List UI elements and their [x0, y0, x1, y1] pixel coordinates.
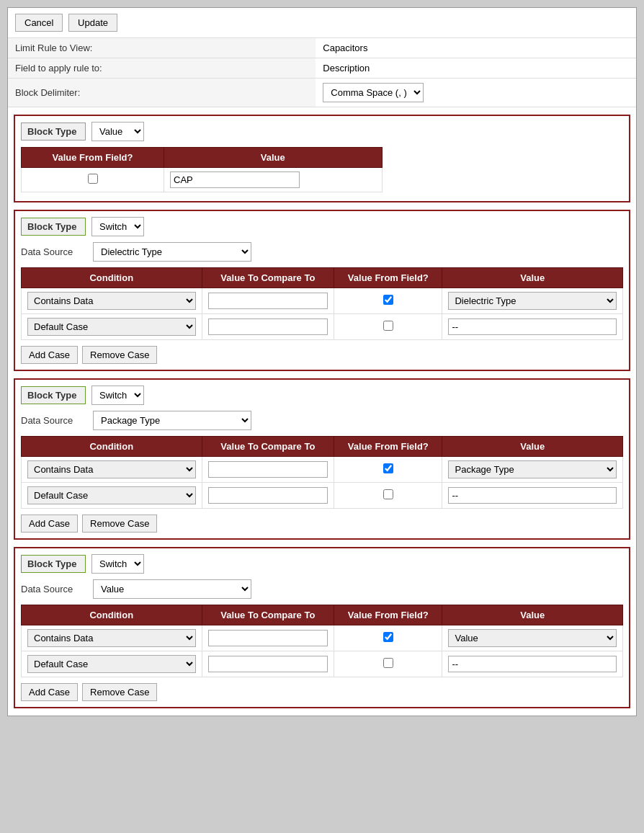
block3-row1-compare[interactable] [208, 461, 328, 478]
block2-cases-table: Condition Value To Compare To Value From… [21, 267, 623, 340]
block1-data-row [22, 168, 383, 192]
block2-container: Block Type Switch Value Field Data Sourc… [14, 210, 630, 371]
block2-row2-compare[interactable] [208, 318, 328, 335]
block2-col-value: Value [442, 268, 623, 288]
block3-col-condition: Condition [22, 437, 202, 457]
field-label: Field to apply rule to: [8, 58, 316, 79]
block4-col-fromfield: Value From Field? [334, 605, 442, 625]
block2-row2-fromfield[interactable] [383, 321, 393, 331]
block4-add-case[interactable]: Add Case [21, 683, 78, 701]
cancel-button[interactable]: Cancel [15, 14, 63, 32]
block3-datasource-row: Data Source Package Type Dielectric Type… [21, 411, 623, 430]
block4-col-compare: Value To Compare To [202, 605, 334, 625]
limit-rule-row: Limit Rule to View: Capacitors [8, 38, 636, 58]
block3-datasource-select[interactable]: Package Type Dielectric Type Value Descr… [93, 411, 251, 430]
block2-type-label: Block Type [21, 218, 86, 236]
block4-container: Block Type Switch Value Field Data Sourc… [14, 547, 630, 708]
block2-datasource-row: Data Source Dielectric Type Package Type… [21, 242, 623, 262]
value-block: Block Type Value Switch Field Value From… [14, 115, 630, 202]
block3-col-value: Value [442, 437, 623, 457]
delimiter-select[interactable]: Comma Space (, ) Space Dash (-) None [323, 83, 424, 102]
block3-col-compare: Value To Compare To [202, 437, 334, 457]
block4-datasource-select[interactable]: Value Dielectric Type Package Type Descr… [93, 579, 251, 599]
block2-row1-condition[interactable]: Contains Data Default Case Equals [27, 292, 196, 310]
block3-row2-condition[interactable]: Default Case Contains Data Equals [27, 486, 196, 504]
block4-row1: Contains Data Default Case Equals Value … [22, 625, 623, 651]
block1-col-fromfield: Value From Field? [22, 148, 164, 168]
block4-col-value: Value [442, 605, 623, 625]
block2-row1-fromfield[interactable] [383, 295, 393, 305]
block1-type-row: Block Type Value Switch Field [21, 122, 623, 141]
block1-type-select[interactable]: Value Switch Field [91, 122, 144, 141]
update-button[interactable]: Update [68, 14, 117, 32]
block3-actions: Add Case Remove Case [21, 514, 623, 533]
block4-type-label: Block Type [21, 555, 86, 573]
block3-row2-value[interactable] [448, 487, 617, 504]
block2-row2: Default Case Contains Data Equals [22, 314, 623, 340]
block4-row1-fromfield[interactable] [383, 632, 393, 642]
limit-rule-value: Capacitors [316, 38, 636, 58]
block4-datasource-label: Data Source [21, 584, 93, 594]
block1-value-input[interactable] [170, 172, 300, 188]
block3-row1-condition[interactable]: Contains Data Default Case Equals [27, 460, 196, 478]
block2-row2-condition[interactable]: Default Case Contains Data Equals [27, 318, 196, 336]
field-value: Description [316, 58, 636, 79]
block1-col-value: Value [164, 148, 383, 168]
limit-rule-label: Limit Rule to View: [8, 38, 316, 58]
block2-row2-value[interactable] [448, 318, 617, 335]
block4-row2-fromfield[interactable] [383, 658, 393, 668]
block2-col-condition: Condition [22, 268, 202, 288]
block4-row2: Default Case Contains Data Equals [22, 651, 623, 677]
block4-cases-table: Condition Value To Compare To Value From… [21, 605, 623, 677]
block4-row2-condition[interactable]: Default Case Contains Data Equals [27, 655, 196, 673]
block1-fromfield-checkbox[interactable] [88, 174, 98, 184]
block3-cases-table: Condition Value To Compare To Value From… [21, 436, 623, 509]
block2-actions: Add Case Remove Case [21, 346, 623, 364]
main-container: Cancel Update Limit Rule to View: Capaci… [7, 7, 637, 716]
delimiter-row: Block Delimiter: Comma Space (, ) Space … [8, 79, 636, 107]
block4-remove-case[interactable]: Remove Case [82, 683, 157, 701]
block2-type-row: Block Type Switch Value Field [21, 217, 623, 236]
block4-actions: Add Case Remove Case [21, 683, 623, 701]
block3-row2: Default Case Contains Data Equals [22, 483, 623, 509]
block3-add-case[interactable]: Add Case [21, 514, 78, 533]
info-table: Limit Rule to View: Capacitors Field to … [8, 38, 636, 107]
block4-row2-compare[interactable] [208, 656, 328, 672]
block3-col-fromfield: Value From Field? [334, 437, 442, 457]
block4-row2-value[interactable] [448, 656, 617, 672]
delimiter-cell: Comma Space (, ) Space Dash (-) None [316, 79, 636, 107]
delimiter-label: Block Delimiter: [8, 79, 316, 107]
block4-row1-compare[interactable] [208, 630, 328, 646]
block4-row1-condition[interactable]: Contains Data Default Case Equals [27, 629, 196, 647]
block4-col-condition: Condition [22, 605, 202, 625]
block2-col-compare: Value To Compare To [202, 268, 334, 288]
block1-type-label: Block Type [21, 122, 86, 141]
block3-type-row: Block Type Switch Value Field [21, 386, 623, 405]
block2-col-fromfield: Value From Field? [334, 268, 442, 288]
block4-row1-value[interactable]: Value Dielectric Type Package Type [448, 629, 617, 647]
block1-value-table: Value From Field? Value [21, 147, 383, 192]
block2-remove-case[interactable]: Remove Case [82, 346, 157, 364]
block2-datasource-select[interactable]: Dielectric Type Package Type Value Descr… [93, 242, 251, 262]
block3-row2-fromfield[interactable] [383, 489, 393, 499]
block2-add-case[interactable]: Add Case [21, 346, 78, 364]
block3-container: Block Type Switch Value Field Data Sourc… [14, 378, 630, 540]
block2-row1: Contains Data Default Case Equals Dielec… [22, 288, 623, 314]
block2-type-select[interactable]: Switch Value Field [91, 217, 144, 236]
block2-row1-compare[interactable] [208, 293, 328, 309]
toolbar: Cancel Update [8, 8, 636, 38]
block3-type-select[interactable]: Switch Value Field [91, 386, 144, 405]
field-row: Field to apply rule to: Description [8, 58, 636, 79]
block3-datasource-label: Data Source [21, 415, 93, 426]
block4-type-row: Block Type Switch Value Field [21, 554, 623, 574]
block3-remove-case[interactable]: Remove Case [82, 514, 157, 533]
block4-datasource-row: Data Source Value Dielectric Type Packag… [21, 579, 623, 599]
block3-type-label: Block Type [21, 386, 86, 404]
block4-type-select[interactable]: Switch Value Field [91, 554, 144, 574]
block3-row1-value[interactable]: Package Type Dielectric Type Value [448, 460, 617, 478]
block2-datasource-label: Data Source [21, 246, 93, 257]
block3-row1-fromfield[interactable] [383, 463, 393, 473]
block3-row2-compare[interactable] [208, 487, 328, 504]
block3-row1: Contains Data Default Case Equals Packag… [22, 457, 623, 483]
block2-row1-value[interactable]: Dielectric Type Package Type Value [448, 292, 617, 310]
